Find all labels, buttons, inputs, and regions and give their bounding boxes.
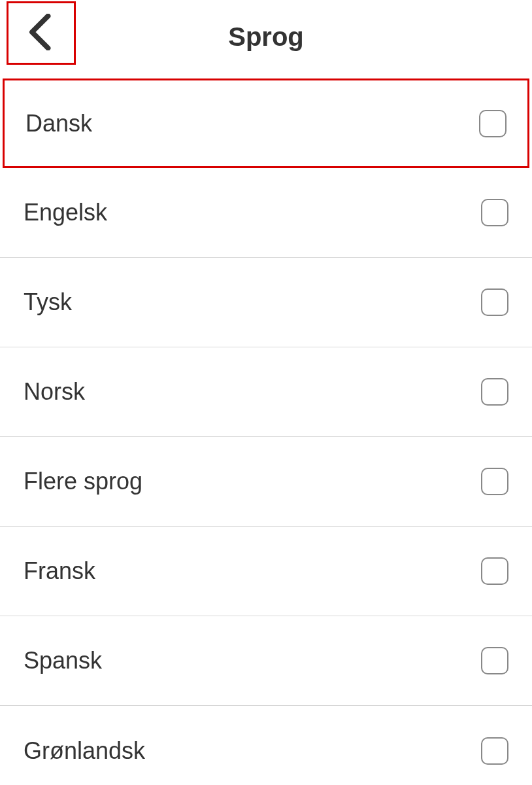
language-list: Dansk Engelsk Tysk Norsk Flere sprog Fra… [0, 78, 532, 785]
language-item-flere-sprog[interactable]: Flere sprog [0, 437, 532, 527]
language-item-gronlandsk[interactable]: Grønlandsk [0, 706, 532, 785]
language-item-fransk[interactable]: Fransk [0, 527, 532, 616]
language-item-dansk[interactable]: Dansk [3, 78, 529, 168]
language-item-engelsk[interactable]: Engelsk [0, 168, 532, 258]
language-label: Fransk [24, 557, 95, 585]
language-label: Dansk [25, 110, 92, 137]
language-label: Tysk [24, 288, 72, 316]
checkbox[interactable] [481, 647, 508, 674]
language-label: Spansk [24, 647, 102, 674]
language-item-tysk[interactable]: Tysk [0, 258, 532, 347]
language-label: Grønlandsk [24, 737, 145, 765]
header: Sprog [0, 0, 532, 73]
checkbox[interactable] [481, 378, 508, 406]
page-title: Sprog [228, 22, 304, 52]
back-button[interactable] [7, 1, 76, 65]
checkbox[interactable] [479, 110, 507, 137]
language-label: Flere sprog [24, 468, 142, 495]
checkbox[interactable] [481, 557, 508, 585]
language-item-spansk[interactable]: Spansk [0, 616, 532, 706]
checkbox[interactable] [481, 737, 508, 765]
language-item-norsk[interactable]: Norsk [0, 347, 532, 437]
language-label: Norsk [24, 378, 85, 406]
checkbox[interactable] [481, 288, 508, 316]
checkbox[interactable] [481, 199, 508, 226]
chevron-left-icon [27, 14, 56, 52]
language-label: Engelsk [24, 199, 107, 226]
checkbox[interactable] [481, 468, 508, 495]
